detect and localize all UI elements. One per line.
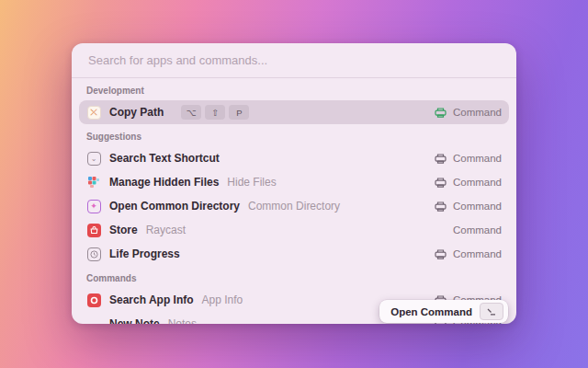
copy-path-icon: ⤫: [86, 105, 101, 120]
printer-icon: [435, 154, 447, 164]
p-key: P: [229, 105, 249, 120]
item-title: Open Common Directory: [109, 200, 240, 213]
item-title: Store: [109, 224, 138, 236]
section-label-suggestions: Suggestions: [79, 124, 509, 146]
item-accessory: Command: [435, 153, 502, 164]
list-item-copy-path[interactable]: ⤫ Copy Path ⌥ ⇧ P Command: [79, 100, 509, 124]
new-note-icon: [86, 316, 101, 324]
life-progress-icon: [86, 247, 101, 261]
return-key-icon: [480, 303, 503, 320]
printer-icon: [435, 201, 447, 212]
item-title: Copy Path: [109, 106, 164, 119]
list-item-store[interactable]: Store Raycast Command: [79, 218, 509, 242]
item-subtitle: Notes: [168, 317, 197, 324]
app-info-icon: [86, 293, 101, 307]
option-key: ⌥: [181, 105, 201, 120]
item-subtitle: Raycast: [146, 224, 186, 236]
item-title: Search App Info: [109, 293, 194, 306]
item-title: Life Progress: [109, 247, 180, 260]
item-accessory: Command: [435, 201, 502, 212]
item-accessory: Command: [435, 248, 502, 259]
list-item-search-text-shortcut[interactable]: ⌄ Search Text Shortcut Command: [79, 146, 509, 170]
list-item-manage-hidden-files[interactable]: Manage Hidden Files Hide Files Command: [79, 170, 509, 194]
section-label-commands: Commands: [79, 266, 509, 288]
printer-icon: [435, 249, 447, 259]
accessory-label: Command: [453, 201, 502, 212]
accessory-label: Command: [453, 107, 502, 118]
raycast-launcher-window: Development ⤫ Copy Path ⌥ ⇧ P Command Su…: [72, 43, 516, 324]
list-item-open-common-directory[interactable]: ✦ Open Common Directory Common Directory…: [79, 194, 509, 218]
item-subtitle: Common Directory: [248, 200, 340, 213]
section-label-development: Development: [79, 79, 509, 100]
accessory-label: Command: [453, 153, 502, 164]
search-bar[interactable]: [72, 43, 516, 78]
shift-key: ⇧: [205, 105, 225, 120]
accessory-label: Command: [453, 177, 502, 188]
list-item-life-progress[interactable]: Life Progress Command: [79, 242, 509, 266]
item-accessory: Command: [435, 107, 502, 118]
printer-icon: [435, 178, 447, 188]
item-accessory: Command: [435, 177, 502, 188]
item-subtitle: Hide Files: [227, 176, 276, 189]
item-title: Search Text Shortcut: [109, 152, 220, 165]
hidden-files-icon: [86, 175, 101, 190]
item-title: New Note: [109, 317, 160, 324]
accessory-label: Command: [453, 248, 502, 259]
open-command-label: Open Command: [390, 306, 472, 317]
item-accessory: Command: [453, 224, 502, 236]
store-icon: [86, 223, 101, 237]
item-subtitle: App Info: [202, 293, 243, 306]
common-directory-icon: ✦: [86, 199, 101, 213]
search-input[interactable]: [86, 52, 502, 68]
results-list[interactable]: Development ⤫ Copy Path ⌥ ⇧ P Command Su…: [72, 78, 516, 324]
text-shortcut-icon: ⌄: [86, 151, 101, 166]
shortcut-keys: ⌥ ⇧ P: [181, 105, 249, 120]
accessory-label: Command: [453, 224, 502, 236]
open-command-hint[interactable]: Open Command: [379, 300, 508, 323]
printer-icon: [435, 108, 447, 118]
item-title: Manage Hidden Files: [109, 176, 219, 189]
